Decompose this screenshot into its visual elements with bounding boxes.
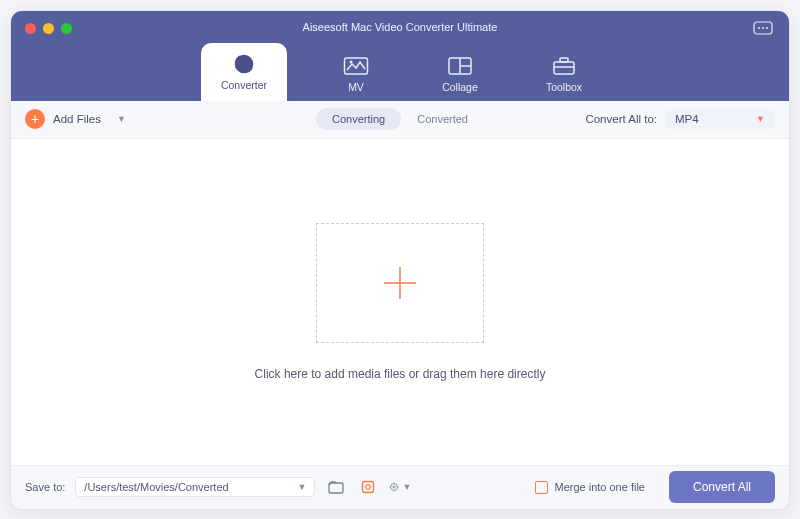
toolbar: + Add Files ▼ Converting Converted Conve… bbox=[11, 101, 789, 139]
svg-rect-17 bbox=[363, 482, 374, 493]
segment-converting[interactable]: Converting bbox=[316, 108, 401, 130]
app-window: Aiseesoft Mac Video Converter Ultimate C… bbox=[10, 10, 790, 510]
tab-converter[interactable]: Converter bbox=[201, 43, 287, 101]
save-path-select[interactable]: /Users/test/Movies/Converted ▼ bbox=[75, 477, 315, 497]
plus-icon bbox=[378, 261, 422, 305]
svg-point-2 bbox=[762, 27, 764, 29]
tab-collage[interactable]: Collage bbox=[425, 55, 495, 101]
svg-point-19 bbox=[391, 484, 398, 491]
svg-rect-11 bbox=[554, 62, 574, 74]
add-files-button[interactable]: + Add Files ▼ bbox=[25, 109, 126, 129]
save-to-label: Save to: bbox=[25, 481, 65, 493]
toolbox-icon bbox=[551, 55, 577, 77]
plus-icon: + bbox=[25, 109, 45, 129]
titlebar: Aiseesoft Mac Video Converter Ultimate C… bbox=[11, 11, 789, 101]
convert-all-button[interactable]: Convert All bbox=[669, 471, 775, 503]
merge-checkbox[interactable]: Merge into one file bbox=[535, 481, 645, 494]
footer: Save to: /Users/test/Movies/Converted ▼ … bbox=[11, 465, 789, 509]
feedback-icon[interactable] bbox=[753, 21, 773, 37]
converter-icon bbox=[231, 53, 257, 75]
mv-icon bbox=[343, 55, 369, 77]
svg-point-3 bbox=[766, 27, 768, 29]
main-canvas: Click here to add media files or drag th… bbox=[11, 139, 789, 465]
svg-point-7 bbox=[350, 60, 353, 63]
add-files-label: Add Files bbox=[53, 113, 101, 125]
collage-icon bbox=[447, 55, 473, 77]
tab-label: MV bbox=[348, 81, 364, 93]
tab-toolbox[interactable]: Toolbox bbox=[529, 55, 599, 101]
dropzone[interactable] bbox=[316, 223, 484, 343]
convert-all-to-label: Convert All to: bbox=[585, 113, 657, 125]
format-value: MP4 bbox=[675, 113, 699, 125]
save-path-value: /Users/test/Movies/Converted bbox=[84, 481, 228, 493]
chevron-down-icon: ▼ bbox=[297, 482, 306, 492]
settings-button[interactable]: ▼ bbox=[389, 476, 411, 498]
gpu-accel-button[interactable] bbox=[357, 476, 379, 498]
dropzone-hint: Click here to add media files or drag th… bbox=[255, 367, 546, 381]
svg-rect-6 bbox=[345, 58, 368, 74]
svg-rect-12 bbox=[560, 58, 568, 62]
chevron-down-icon: ▼ bbox=[756, 114, 765, 124]
svg-point-18 bbox=[366, 485, 370, 489]
svg-point-20 bbox=[393, 486, 395, 488]
checkbox-box bbox=[535, 481, 548, 494]
main-tabs: Converter MV Collage Toolbox bbox=[11, 43, 789, 101]
tab-label: Converter bbox=[221, 79, 267, 91]
status-segmented: Converting Converted bbox=[316, 108, 484, 130]
open-folder-button[interactable] bbox=[325, 476, 347, 498]
chevron-down-icon: ▼ bbox=[402, 482, 411, 492]
chevron-down-icon: ▼ bbox=[117, 114, 126, 124]
segment-converted[interactable]: Converted bbox=[401, 108, 484, 130]
merge-label: Merge into one file bbox=[554, 481, 645, 493]
output-format-select[interactable]: MP4 ▼ bbox=[665, 109, 775, 129]
svg-point-1 bbox=[758, 27, 760, 29]
tab-label: Toolbox bbox=[546, 81, 582, 93]
tab-mv[interactable]: MV bbox=[321, 55, 391, 101]
tab-label: Collage bbox=[442, 81, 478, 93]
window-title: Aiseesoft Mac Video Converter Ultimate bbox=[11, 21, 789, 33]
svg-rect-16 bbox=[329, 483, 343, 493]
